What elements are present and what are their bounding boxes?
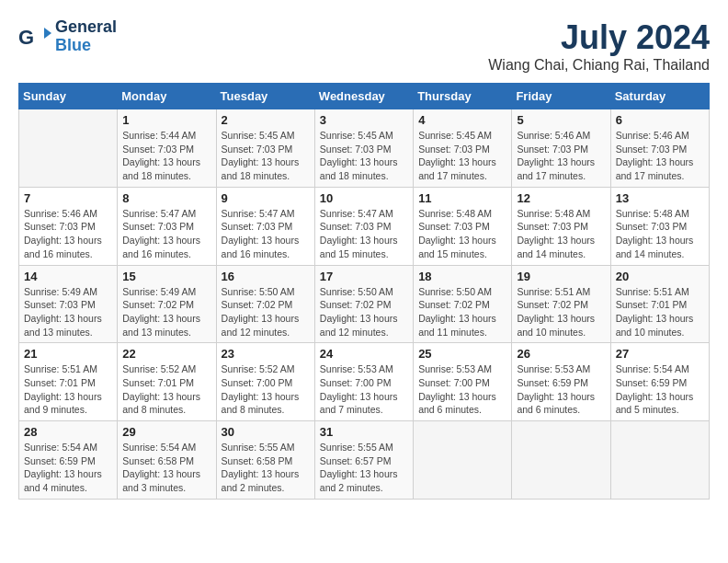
calendar-cell: 13Sunrise: 5:48 AM Sunset: 7:03 PM Dayli… xyxy=(610,187,709,265)
day-info: Sunrise: 5:52 AM Sunset: 7:00 PM Dayligh… xyxy=(222,362,310,417)
day-info: Sunrise: 5:53 AM Sunset: 7:00 PM Dayligh… xyxy=(320,362,408,417)
day-info: Sunrise: 5:46 AM Sunset: 7:03 PM Dayligh… xyxy=(517,129,605,183)
calendar-cell: 3Sunrise: 5:45 AM Sunset: 7:03 PM Daylig… xyxy=(314,109,413,188)
day-info: Sunrise: 5:46 AM Sunset: 7:03 PM Dayligh… xyxy=(616,129,704,183)
calendar-cell xyxy=(512,421,610,500)
day-info: Sunrise: 5:53 AM Sunset: 6:59 PM Dayligh… xyxy=(517,362,605,417)
day-number: 25 xyxy=(418,347,506,361)
week-row-2: 7Sunrise: 5:46 AM Sunset: 7:03 PM Daylig… xyxy=(19,187,710,265)
day-number: 7 xyxy=(24,191,112,205)
calendar-cell: 18Sunrise: 5:50 AM Sunset: 7:02 PM Dayli… xyxy=(414,265,512,343)
calendar-cell: 19Sunrise: 5:51 AM Sunset: 7:02 PM Dayli… xyxy=(512,265,610,343)
day-number: 29 xyxy=(122,425,210,439)
calendar-cell: 24Sunrise: 5:53 AM Sunset: 7:00 PM Dayli… xyxy=(314,343,413,421)
calendar-cell xyxy=(414,421,512,500)
calendar-cell xyxy=(610,421,709,500)
day-info: Sunrise: 5:47 AM Sunset: 7:03 PM Dayligh… xyxy=(222,207,310,261)
logo-blue: Blue xyxy=(55,37,117,55)
calendar-cell: 25Sunrise: 5:53 AM Sunset: 7:00 PM Dayli… xyxy=(414,343,512,421)
day-number: 10 xyxy=(320,191,408,205)
day-number: 28 xyxy=(24,425,112,439)
day-info: Sunrise: 5:48 AM Sunset: 7:03 PM Dayligh… xyxy=(418,207,506,261)
day-info: Sunrise: 5:53 AM Sunset: 7:00 PM Dayligh… xyxy=(418,362,506,417)
day-info: Sunrise: 5:48 AM Sunset: 7:03 PM Dayligh… xyxy=(517,207,605,261)
day-info: Sunrise: 5:47 AM Sunset: 7:03 PM Dayligh… xyxy=(320,207,408,261)
day-number: 3 xyxy=(320,113,408,127)
weekday-header-friday: Friday xyxy=(512,84,610,109)
calendar-table: SundayMondayTuesdayWednesdayThursdayFrid… xyxy=(18,83,710,500)
calendar-cell: 9Sunrise: 5:47 AM Sunset: 7:03 PM Daylig… xyxy=(216,187,314,265)
day-info: Sunrise: 5:49 AM Sunset: 7:02 PM Dayligh… xyxy=(122,285,210,339)
calendar-cell: 29Sunrise: 5:54 AM Sunset: 6:58 PM Dayli… xyxy=(118,421,216,500)
calendar-cell: 12Sunrise: 5:48 AM Sunset: 7:03 PM Dayli… xyxy=(512,187,610,265)
calendar-cell: 26Sunrise: 5:53 AM Sunset: 6:59 PM Dayli… xyxy=(512,343,610,421)
day-number: 11 xyxy=(418,191,506,205)
calendar-cell xyxy=(19,109,118,188)
week-row-3: 14Sunrise: 5:49 AM Sunset: 7:03 PM Dayli… xyxy=(19,265,710,343)
day-info: Sunrise: 5:45 AM Sunset: 7:03 PM Dayligh… xyxy=(418,129,506,183)
weekday-header-wednesday: Wednesday xyxy=(314,84,413,109)
day-info: Sunrise: 5:51 AM Sunset: 7:01 PM Dayligh… xyxy=(24,362,112,417)
day-number: 27 xyxy=(616,347,704,361)
day-info: Sunrise: 5:45 AM Sunset: 7:03 PM Dayligh… xyxy=(320,129,408,183)
calendar-cell: 17Sunrise: 5:50 AM Sunset: 7:02 PM Dayli… xyxy=(314,265,413,343)
day-number: 12 xyxy=(517,191,605,205)
calendar-cell: 10Sunrise: 5:47 AM Sunset: 7:03 PM Dayli… xyxy=(314,187,413,265)
day-info: Sunrise: 5:54 AM Sunset: 6:59 PM Dayligh… xyxy=(616,362,704,417)
calendar-cell: 6Sunrise: 5:46 AM Sunset: 7:03 PM Daylig… xyxy=(610,109,709,188)
calendar-cell: 8Sunrise: 5:47 AM Sunset: 7:03 PM Daylig… xyxy=(118,187,216,265)
day-number: 15 xyxy=(122,270,210,283)
title-area: July 2024 Wiang Chai, Chiang Rai, Thaila… xyxy=(488,18,710,74)
day-number: 24 xyxy=(320,347,408,361)
logo: G General Blue xyxy=(18,18,117,55)
day-info: Sunrise: 5:51 AM Sunset: 7:02 PM Dayligh… xyxy=(517,285,605,339)
weekday-header-tuesday: Tuesday xyxy=(216,84,314,109)
day-info: Sunrise: 5:54 AM Sunset: 6:58 PM Dayligh… xyxy=(122,441,210,495)
day-info: Sunrise: 5:55 AM Sunset: 6:58 PM Dayligh… xyxy=(222,441,310,495)
weekday-header-saturday: Saturday xyxy=(610,84,709,109)
weekday-header-monday: Monday xyxy=(118,84,216,109)
day-info: Sunrise: 5:49 AM Sunset: 7:03 PM Dayligh… xyxy=(24,285,112,339)
day-number: 2 xyxy=(222,113,310,127)
day-info: Sunrise: 5:45 AM Sunset: 7:03 PM Dayligh… xyxy=(222,129,310,183)
day-info: Sunrise: 5:46 AM Sunset: 7:03 PM Dayligh… xyxy=(24,207,112,261)
logo-icon: G xyxy=(18,20,51,53)
location-title: Wiang Chai, Chiang Rai, Thailand xyxy=(488,57,710,74)
day-number: 31 xyxy=(320,425,408,439)
day-number: 19 xyxy=(517,270,605,283)
calendar-cell: 15Sunrise: 5:49 AM Sunset: 7:02 PM Dayli… xyxy=(118,265,216,343)
calendar-cell: 27Sunrise: 5:54 AM Sunset: 6:59 PM Dayli… xyxy=(610,343,709,421)
calendar-cell: 16Sunrise: 5:50 AM Sunset: 7:02 PM Dayli… xyxy=(216,265,314,343)
day-info: Sunrise: 5:48 AM Sunset: 7:03 PM Dayligh… xyxy=(616,207,704,261)
weekday-header-sunday: Sunday xyxy=(19,84,118,109)
day-number: 16 xyxy=(222,270,310,283)
logo-general: General xyxy=(55,18,117,37)
calendar-cell: 11Sunrise: 5:48 AM Sunset: 7:03 PM Dayli… xyxy=(414,187,512,265)
calendar-cell: 23Sunrise: 5:52 AM Sunset: 7:00 PM Dayli… xyxy=(216,343,314,421)
calendar-cell: 31Sunrise: 5:55 AM Sunset: 6:57 PM Dayli… xyxy=(314,421,413,500)
day-info: Sunrise: 5:51 AM Sunset: 7:01 PM Dayligh… xyxy=(616,285,704,339)
calendar-cell: 28Sunrise: 5:54 AM Sunset: 6:59 PM Dayli… xyxy=(19,421,118,500)
day-number: 30 xyxy=(222,425,310,439)
day-number: 14 xyxy=(24,270,112,283)
day-number: 21 xyxy=(24,347,112,361)
day-number: 9 xyxy=(222,191,310,205)
calendar-cell: 22Sunrise: 5:52 AM Sunset: 7:01 PM Dayli… xyxy=(118,343,216,421)
calendar-cell: 2Sunrise: 5:45 AM Sunset: 7:03 PM Daylig… xyxy=(216,109,314,188)
week-row-5: 28Sunrise: 5:54 AM Sunset: 6:59 PM Dayli… xyxy=(19,421,710,500)
page-header: G General Blue July 2024 Wiang Chai, Chi… xyxy=(18,18,710,74)
day-number: 18 xyxy=(418,270,506,283)
day-number: 6 xyxy=(616,113,704,127)
day-info: Sunrise: 5:47 AM Sunset: 7:03 PM Dayligh… xyxy=(122,207,210,261)
day-number: 4 xyxy=(418,113,506,127)
day-number: 20 xyxy=(616,270,704,283)
day-number: 22 xyxy=(122,347,210,361)
weekday-header-thursday: Thursday xyxy=(414,84,512,109)
day-number: 26 xyxy=(517,347,605,361)
calendar-cell: 1Sunrise: 5:44 AM Sunset: 7:03 PM Daylig… xyxy=(118,109,216,188)
calendar-cell: 21Sunrise: 5:51 AM Sunset: 7:01 PM Dayli… xyxy=(19,343,118,421)
day-number: 8 xyxy=(122,191,210,205)
day-info: Sunrise: 5:55 AM Sunset: 6:57 PM Dayligh… xyxy=(320,441,408,495)
svg-text:G: G xyxy=(18,26,34,49)
calendar-cell: 14Sunrise: 5:49 AM Sunset: 7:03 PM Dayli… xyxy=(19,265,118,343)
